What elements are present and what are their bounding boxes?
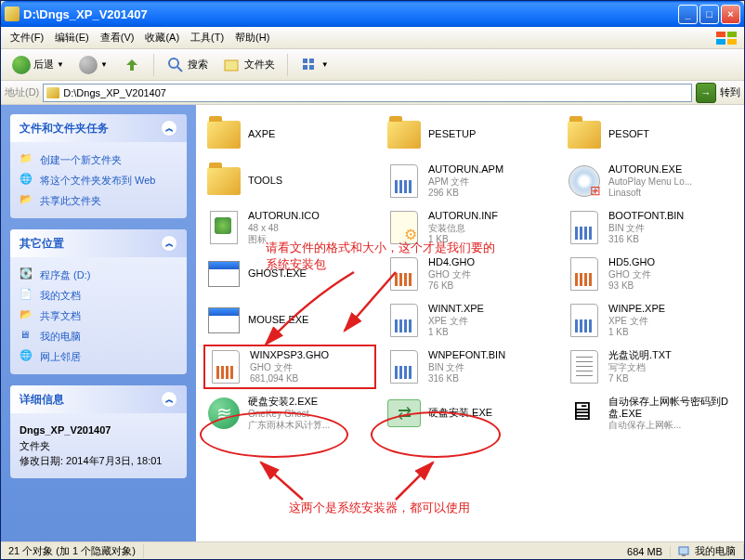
close-button[interactable]: × (721, 5, 740, 24)
search-button[interactable]: 搜索 (161, 52, 214, 78)
folders-label: 文件夹 (244, 58, 275, 72)
address-box[interactable]: D:\Dngs_XP_V201407 (43, 84, 692, 102)
menu-favorites[interactable]: 收藏(A) (139, 28, 185, 47)
menu-help[interactable]: 帮助(H) (229, 28, 275, 47)
file-name: WINXPSP3.GHO (250, 349, 329, 361)
file-icon (386, 209, 423, 246)
file-item[interactable]: HD4.GHOGHO 文件76 KB (384, 252, 556, 296)
file-name: AUTORUN.ICO (248, 210, 320, 222)
svg-rect-0 (716, 32, 725, 37)
svg-rect-12 (682, 554, 686, 556)
toolbar: 后退 ▼ ▼ 搜索 文件夹 ▼ (1, 49, 744, 81)
file-item[interactable]: BOOTFONT.BINBIN 文件316 KB (564, 205, 737, 250)
file-item[interactable]: 光盘说明.TXT写字文档7 KB (564, 345, 737, 389)
file-tasks-header[interactable]: 文件和文件夹任务 ︽ (10, 114, 187, 142)
file-item[interactable]: AXPE (203, 112, 376, 157)
go-button[interactable]: → (696, 83, 716, 103)
views-dropdown-icon[interactable]: ▼ (321, 60, 329, 69)
place-icon: 📄 (20, 288, 34, 303)
task-icon: 📁 (20, 152, 34, 167)
file-item[interactable]: PESOFT (564, 112, 737, 157)
file-item[interactable]: WINPE.XPEXPE 文件1 KB (564, 298, 737, 343)
task-link[interactable]: 🌐将这个文件夹发布到 Web (20, 170, 177, 190)
collapse-icon[interactable]: ︽ (161, 120, 177, 137)
go-label: 转到 (720, 85, 740, 99)
file-icon (205, 163, 242, 200)
file-icon (386, 116, 423, 153)
file-name: WINNT.XPE (428, 303, 484, 315)
file-item[interactable]: MOUSE.EXE (203, 298, 376, 343)
svg-rect-10 (309, 65, 314, 70)
file-name: GHOST.EXE (248, 267, 307, 280)
maximize-button[interactable]: □ (699, 5, 719, 24)
up-icon (123, 56, 141, 74)
file-item[interactable]: PESETUP (384, 112, 556, 157)
file-name: PESOFT (608, 128, 649, 140)
status-location: 我的电脑 (695, 544, 736, 558)
status-size: 684 MB (620, 546, 671, 557)
minimize-button[interactable]: _ (678, 5, 698, 24)
folders-button[interactable]: 文件夹 (217, 52, 281, 78)
file-item[interactable]: AUTORUN.EXEAutoPlay Menu Lo...Linasoft (564, 159, 737, 203)
place-icon: 🖥 (20, 329, 34, 344)
file-icon (566, 209, 603, 246)
menu-edit[interactable]: 编辑(E) (49, 28, 95, 47)
search-icon (166, 56, 185, 74)
file-item[interactable]: GHOST.EXE (203, 252, 376, 296)
place-link[interactable]: 📄我的文档 (20, 285, 177, 306)
back-button[interactable]: 后退 ▼ (7, 52, 70, 78)
forward-button[interactable]: ▼ (73, 52, 113, 78)
views-button[interactable]: ▼ (294, 52, 334, 78)
place-link[interactable]: 🖥我的电脑 (20, 326, 177, 346)
file-icon (566, 116, 603, 153)
file-item[interactable]: TOOLS (203, 159, 376, 203)
menu-tools[interactable]: 工具(T) (185, 28, 229, 47)
place-link[interactable]: 📂共享文档 (20, 306, 177, 326)
collapse-icon[interactable]: ︽ (161, 391, 177, 408)
place-icon: 🌐 (20, 349, 34, 364)
file-item[interactable]: ⇄硬盘安装.EXE (384, 391, 556, 436)
task-link[interactable]: 📂共享此文件夹 (20, 190, 177, 211)
folder-icon (5, 7, 20, 21)
file-item[interactable]: WINXPSP3.GHOGHO 文件681,094 KB (203, 345, 376, 389)
task-icon: 🌐 (20, 173, 34, 188)
file-item[interactable]: AUTORUN.APMAPM 文件296 KB (384, 159, 556, 203)
file-item[interactable]: AUTORUN.ICO48 x 48图标 (203, 205, 376, 250)
svg-rect-3 (727, 39, 737, 45)
forward-dropdown-icon[interactable]: ▼ (100, 60, 108, 69)
svg-rect-6 (225, 60, 238, 71)
file-item[interactable]: AUTORUN.INF安装信息1 KB (384, 205, 556, 250)
place-link[interactable]: 🌐网上邻居 (20, 346, 177, 367)
file-name: WNPEFONT.BIN (428, 349, 505, 361)
svg-rect-9 (303, 65, 307, 70)
details-header[interactable]: 详细信息 ︽ (10, 385, 187, 413)
address-path: D:\Dngs_XP_V201407 (63, 87, 166, 98)
file-view[interactable]: AXPEPESETUPPESOFTTOOLSAUTORUN.APMAPM 文件2… (196, 105, 744, 541)
svg-rect-8 (309, 59, 314, 63)
menubar: 文件(F) 编辑(E) 查看(V) 收藏(A) 工具(T) 帮助(H) (1, 27, 744, 49)
menu-view[interactable]: 查看(V) (95, 28, 140, 47)
place-link[interactable]: 💽程序盘 (D:) (20, 265, 177, 285)
file-tasks-box: 文件和文件夹任务 ︽ 📁创建一个新文件夹🌐将这个文件夹发布到 Web📂共享此文件… (10, 114, 187, 218)
svg-rect-2 (716, 39, 725, 45)
file-item[interactable]: ≋硬盘安装2.EXEOneKey Ghost广东雨林木风计算... (203, 391, 376, 436)
address-label: 地址(D) (5, 85, 39, 99)
back-dropdown-icon[interactable]: ▼ (57, 60, 64, 69)
task-link[interactable]: 📁创建一个新文件夹 (20, 150, 177, 170)
folder-icon (46, 87, 59, 98)
up-button[interactable] (117, 52, 147, 78)
place-icon: 📂 (20, 308, 34, 323)
titlebar[interactable]: D:\Dngs_XP_V201407 _ □ × (1, 1, 744, 27)
other-places-header[interactable]: 其它位置 ︽ (10, 229, 187, 257)
file-item[interactable]: WNPEFONT.BINBIN 文件316 KB (384, 345, 556, 389)
detail-modified: 修改日期: 2014年7月3日, 18:01 (20, 453, 177, 469)
file-item[interactable]: WINNT.XPEXPE 文件1 KB (384, 298, 556, 343)
file-icon (205, 116, 242, 153)
file-item[interactable]: HD5.GHOGHO 文件93 KB (564, 252, 737, 296)
file-name: 自动保存上网帐号密码到D盘.EXE (608, 396, 735, 420)
file-icon (566, 395, 603, 432)
svg-rect-7 (303, 59, 307, 63)
file-item[interactable]: 自动保存上网帐号密码到D盘.EXE自动保存上网帐... (564, 391, 737, 436)
collapse-icon[interactable]: ︽ (161, 235, 177, 252)
menu-file[interactable]: 文件(F) (5, 28, 49, 47)
